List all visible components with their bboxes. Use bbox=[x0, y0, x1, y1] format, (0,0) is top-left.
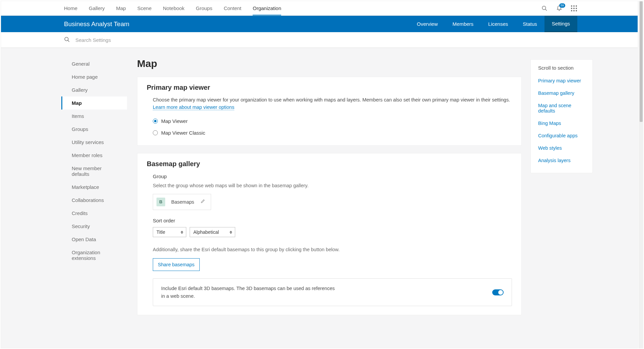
group-chip[interactable]: B Basemaps bbox=[153, 194, 211, 210]
top-nav: Home Gallery Map Scene Notebook Groups C… bbox=[1, 1, 638, 16]
section-title-primary-map-viewer: Primary map viewer bbox=[147, 84, 512, 91]
page-title: Map bbox=[137, 58, 522, 69]
include-3d-label: Include Esri default 3D basemaps. The 3D… bbox=[161, 285, 335, 300]
sort-order-selects: Title Alphabetical bbox=[153, 227, 512, 237]
scrollbar-thumb[interactable] bbox=[640, 1, 643, 122]
toc-title: Scroll to section bbox=[538, 65, 585, 71]
settings-sidebar: General Home page Gallery Map Items Grou… bbox=[1, 57, 128, 348]
org-tabs: Overview Members Licenses Status Setting… bbox=[409, 16, 577, 32]
nav-gallery[interactable]: Gallery bbox=[89, 1, 105, 15]
sidebar-item-open-data[interactable]: Open Data bbox=[61, 233, 127, 246]
svg-point-0 bbox=[542, 6, 546, 10]
toc-item-web-styles[interactable]: Web styles bbox=[538, 142, 562, 154]
svg-line-1 bbox=[545, 9, 547, 11]
nav-map[interactable]: Map bbox=[116, 1, 126, 15]
svg-point-2 bbox=[65, 37, 68, 41]
top-nav-items: Home Gallery Map Scene Notebook Groups C… bbox=[64, 1, 281, 15]
sidebar-item-credits[interactable]: Credits bbox=[61, 207, 127, 220]
search-icon bbox=[64, 37, 75, 44]
toc: Scroll to section Primary map viewer Bas… bbox=[530, 59, 593, 173]
chevron-updown-icon bbox=[230, 231, 232, 234]
nav-notebook[interactable]: Notebook bbox=[163, 1, 184, 15]
sidebar-item-map[interactable]: Map bbox=[61, 96, 127, 110]
learn-more-link[interactable]: Learn more about map viewer options bbox=[153, 104, 234, 110]
sidebar-item-groups[interactable]: Groups bbox=[61, 123, 127, 136]
org-bar: Business Analyst Team Overview Members L… bbox=[1, 16, 638, 32]
group-field-label: Group bbox=[153, 172, 512, 180]
settings-search-row bbox=[1, 32, 638, 48]
app-launcher-icon[interactable] bbox=[571, 5, 577, 12]
group-chip-name: Basemaps bbox=[171, 198, 194, 206]
group-field-help: Select the group whose web maps will be … bbox=[153, 182, 512, 189]
scrollbar-track[interactable] bbox=[639, 1, 643, 348]
toc-item-bing-maps[interactable]: Bing Maps bbox=[538, 117, 561, 130]
section-basemap-gallery: Basemap gallery Group Select the group w… bbox=[137, 153, 522, 315]
svg-line-3 bbox=[68, 40, 69, 42]
settings-main: Map Primary map viewer Choose the primar… bbox=[128, 57, 530, 348]
sidebar-item-items[interactable]: Items bbox=[61, 110, 127, 123]
settings-body: General Home page Gallery Map Items Grou… bbox=[1, 48, 638, 348]
toc-item-basemap-gallery[interactable]: Basemap gallery bbox=[538, 87, 574, 99]
share-basemaps-button[interactable]: Share basemaps bbox=[153, 258, 200, 271]
search-icon[interactable] bbox=[541, 5, 548, 12]
nav-content[interactable]: Content bbox=[224, 1, 242, 15]
nav-organization[interactable]: Organization bbox=[253, 1, 281, 15]
radio-label-map-viewer: Map Viewer bbox=[161, 117, 188, 125]
sidebar-item-general[interactable]: General bbox=[61, 57, 127, 70]
sort-direction-select[interactable]: Alphabetical bbox=[190, 227, 235, 237]
org-tab-overview[interactable]: Overview bbox=[409, 16, 445, 32]
include-3d-toggle-row: Include Esri default 3D basemaps. The 3D… bbox=[153, 278, 512, 306]
toc-list: Primary map viewer Basemap gallery Map a… bbox=[538, 75, 585, 167]
sort-field-select[interactable]: Title bbox=[153, 227, 186, 237]
edit-icon[interactable] bbox=[200, 198, 205, 206]
sort-direction-value: Alphabetical bbox=[193, 229, 219, 236]
toc-item-configurable-apps[interactable]: Configurable apps bbox=[538, 130, 578, 142]
sidebar-item-collaborations[interactable]: Collaborations bbox=[61, 194, 127, 207]
sidebar-item-utility[interactable]: Utility services bbox=[61, 136, 127, 149]
org-title: Business Analyst Team bbox=[64, 20, 129, 28]
settings-search-input[interactable] bbox=[75, 37, 209, 43]
section-primary-map-viewer: Primary map viewer Choose the primary ma… bbox=[137, 77, 522, 146]
group-avatar: B bbox=[156, 198, 165, 206]
toc-wrap: Scroll to section Primary map viewer Bas… bbox=[530, 57, 631, 348]
radio-label-map-viewer-classic: Map Viewer Classic bbox=[161, 129, 205, 137]
toc-item-analysis-layers[interactable]: Analysis layers bbox=[538, 154, 571, 167]
sidebar-item-member-roles[interactable]: Member roles bbox=[61, 149, 127, 162]
radio-map-viewer[interactable] bbox=[153, 119, 158, 124]
top-nav-actions: 59 bbox=[541, 5, 577, 12]
toc-item-map-scene-defaults[interactable]: Map and scene defaults bbox=[538, 99, 585, 117]
toc-item-primary-map-viewer[interactable]: Primary map viewer bbox=[538, 75, 581, 87]
sidebar-item-marketplace[interactable]: Marketplace bbox=[61, 181, 127, 194]
radio-map-viewer-classic[interactable] bbox=[153, 130, 158, 135]
org-tab-licenses[interactable]: Licenses bbox=[481, 16, 515, 32]
radio-row-map-viewer[interactable]: Map Viewer bbox=[153, 117, 512, 125]
section-body-basemap-gallery: Group Select the group whose web maps wi… bbox=[147, 172, 512, 306]
chevron-updown-icon bbox=[181, 231, 183, 234]
sort-order-label: Sort order bbox=[153, 217, 512, 224]
radio-row-map-viewer-classic[interactable]: Map Viewer Classic bbox=[153, 129, 512, 137]
nav-home[interactable]: Home bbox=[64, 1, 77, 15]
section-body-primary-map-viewer: Choose the primary map viewer for your o… bbox=[147, 96, 512, 137]
notifications-icon[interactable]: 59 bbox=[556, 5, 563, 12]
sort-field-value: Title bbox=[156, 229, 165, 236]
section-title-basemap-gallery: Basemap gallery bbox=[147, 160, 512, 168]
org-tab-settings[interactable]: Settings bbox=[544, 16, 577, 32]
nav-groups[interactable]: Groups bbox=[196, 1, 212, 15]
notification-count-badge: 59 bbox=[559, 3, 565, 8]
sidebar-item-gallery[interactable]: Gallery bbox=[61, 83, 127, 96]
sidebar-item-home-page[interactable]: Home page bbox=[61, 70, 127, 83]
org-tab-status[interactable]: Status bbox=[515, 16, 544, 32]
include-3d-toggle[interactable] bbox=[492, 289, 504, 295]
sidebar-item-org-extensions[interactable]: Organization extensions bbox=[61, 246, 127, 265]
sidebar-item-new-member[interactable]: New member defaults bbox=[61, 162, 127, 181]
nav-scene[interactable]: Scene bbox=[137, 1, 152, 15]
share-basemaps-help: Additionally, share the Esri default bas… bbox=[153, 246, 512, 253]
sidebar-item-security[interactable]: Security bbox=[61, 220, 127, 233]
org-tab-members[interactable]: Members bbox=[445, 16, 481, 32]
primary-viewer-desc: Choose the primary map viewer for your o… bbox=[153, 97, 510, 102]
